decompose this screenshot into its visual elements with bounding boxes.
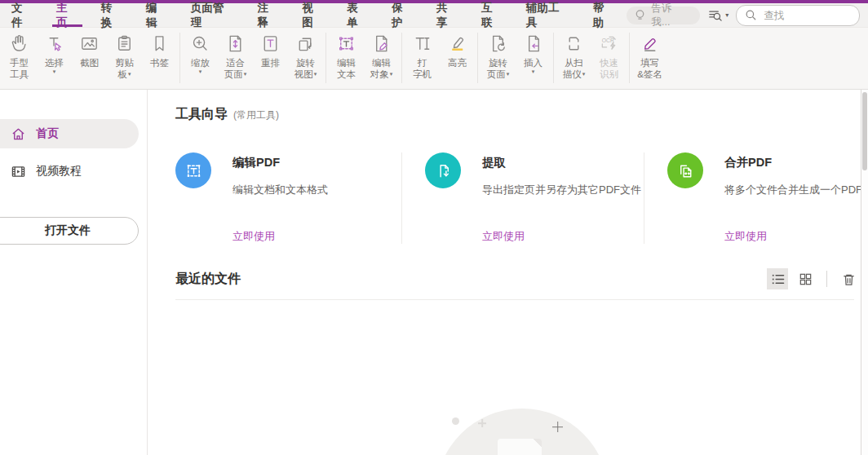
tell-me-text: 告诉我... [652,2,691,29]
menu-tab-convert[interactable]: 转换 [90,3,135,27]
tool-fill-sign[interactable]: 填写&签名 [632,32,667,80]
tool-card-text: 合并PDF将多个文件合并生成一个PDF文件立即使用 [724,152,861,244]
menu-tab-help[interactable]: 帮助 [582,3,627,27]
home-icon [11,126,26,142]
menu-tab-comment[interactable]: 注释 [246,3,290,27]
menu-tab-form[interactable]: 表单 [335,3,380,27]
tool-zoom[interactable]: 缩放▾ [183,32,218,74]
tool-insert[interactable]: 插入▾ [516,32,551,74]
snapshot-icon [78,33,100,55]
edit-object-icon [370,33,392,55]
view-toggles [767,268,859,289]
menu-tab-accessibility[interactable]: 辅助工具 [515,3,582,27]
sidebar-item-video-tutorials[interactable]: 视频教程 [0,157,147,186]
tool-snapshot[interactable]: 截图 [72,32,107,68]
tool-rotate-view[interactable]: 旋转视图▾ [288,32,323,80]
tool-edit-text[interactable]: 编辑文本 [329,32,364,80]
tool-label: 剪贴板▾ [115,57,134,80]
typewriter-icon [411,33,433,55]
menu-tab-view[interactable]: 视图 [290,3,335,27]
tool-edit-object[interactable]: 编辑对象▾ [364,32,399,80]
full-text-search-button[interactable]: ▾ [707,7,728,23]
tool-bookmark[interactable]: 书签 [142,32,177,68]
svg-text:OCR: OCR [602,38,614,43]
find-box[interactable] [736,5,860,26]
video-icon [11,164,26,179]
scanner-icon [563,33,585,55]
tool-card-desc: 将多个文件合并生成一个PDF文件 [724,183,861,197]
ribbon-toolbar: 手型工具选择▾截图剪贴板▾书签缩放▾适合页面▾重排旋转视图▾编辑文本编辑对象▾打… [0,28,868,90]
tool-card-action-link[interactable]: 立即使用 [482,229,641,244]
highlight-icon [446,33,468,55]
tool-highlight[interactable]: 高亮 [440,32,475,68]
tool-label: 选择▾ [45,57,64,74]
vertical-scrollbar[interactable] [861,90,868,455]
scrollbar-thumb[interactable] [862,92,867,170]
tool-clipboard[interactable]: 剪贴板▾ [107,32,142,80]
tool-card-action-link[interactable]: 立即使用 [724,229,861,244]
tool-fit-page[interactable]: 适合页面▾ [218,32,253,80]
toolbar-separator [553,33,554,83]
tell-me-box[interactable]: 告诉我... [627,7,701,24]
recent-section-header: 最近的文件 [175,268,861,289]
tool-card-title: 合并PDF [724,155,861,170]
app-window: 文件主页转换编辑页面管理注释视图表单保护共享互联辅助工具帮助 告诉我... ▾ … [0,0,868,455]
tool-card-edit-pdf[interactable]: 编辑PDF编辑文档和文本格式立即使用 [175,152,401,244]
toolbar-separator [326,33,326,83]
tool-label: 书签 [150,57,169,68]
tool-card-merge-pdf[interactable]: 合并PDF将多个文件合并生成一个PDF文件立即使用 [644,152,861,244]
grid-view-button[interactable] [795,268,816,289]
list-view-button[interactable] [767,268,788,289]
menu-tab-page-manage[interactable]: 页面管理 [179,3,246,27]
ocr-icon: OCR [598,33,620,55]
hand-icon [8,33,30,55]
full-text-search-icon [707,7,723,23]
card-merge-icon [667,152,703,188]
dropdown-caret-icon: ▾ [582,71,586,77]
fill-sign-icon [639,33,661,55]
menu-right: 告诉我... ▾ [627,3,868,27]
clear-recent-button[interactable] [838,268,859,289]
select-icon [43,33,65,55]
tool-hand-tool[interactable]: 手型工具 [2,32,37,80]
tool-label: 从扫描仪▾ [563,57,586,80]
tool-rotate-page[interactable]: 旋转页面▾ [480,32,516,80]
tool-card-text: 提取导出指定页并另存为其它PDF文件立即使用 [482,152,641,244]
tool-label: 编辑文本 [337,57,356,80]
dropdown-caret-icon: ▾ [314,71,317,77]
menu-tab-home[interactable]: 主页 [45,3,90,27]
menu-tab-file[interactable]: 文件 [0,3,45,27]
open-file-button[interactable]: 打开文件 [0,217,139,245]
decor-sparkle-light [478,419,486,427]
menu-tab-share[interactable]: 共享 [425,3,470,27]
edit-text-icon [335,33,357,55]
tool-label: 插入▾ [524,57,542,74]
sidebar-nav: 首页视频教程 [0,119,147,186]
reflow-icon [259,33,281,55]
menu-tab-connect[interactable]: 互联 [470,3,515,27]
menu-tab-edit[interactable]: 编辑 [135,3,179,27]
recent-section-title: 最近的文件 [175,271,241,288]
dropdown-caret-icon: ▾ [390,71,393,77]
dropdown-caret-icon: ▾ [507,71,510,77]
tool-from-scanner[interactable]: 从扫描仪▾ [556,32,591,80]
menu-tab-protect[interactable]: 保护 [380,3,425,27]
chevron-down-icon: ▾ [725,11,728,19]
trash-icon [841,272,857,287]
tool-card-desc: 编辑文档和文本格式 [232,183,328,197]
tool-card-action-link[interactable]: 立即使用 [232,229,328,244]
tool-reflow[interactable]: 重排 [253,32,288,68]
card-edit-icon [175,152,211,188]
tool-cards: 编辑PDF编辑文档和文本格式立即使用提取导出指定页并另存为其它PDF文件立即使用… [175,152,861,244]
tool-select[interactable]: 选择▾ [37,32,72,74]
toolbar-separator [629,33,630,83]
list-view-icon [770,272,786,287]
tool-quick-ocr: OCR快速识别 [591,32,627,80]
dropdown-caret-icon: ▾ [244,71,247,77]
tool-card-extract[interactable]: 提取导出指定页并另存为其它PDF文件立即使用 [401,152,644,244]
tool-typewriter[interactable]: 打字机 [405,32,440,80]
sidebar-item-home[interactable]: 首页 [0,119,139,148]
find-input[interactable] [762,9,851,22]
dropdown-caret-icon: ▾ [524,68,542,74]
sidebar-item-label: 视频教程 [36,164,82,179]
